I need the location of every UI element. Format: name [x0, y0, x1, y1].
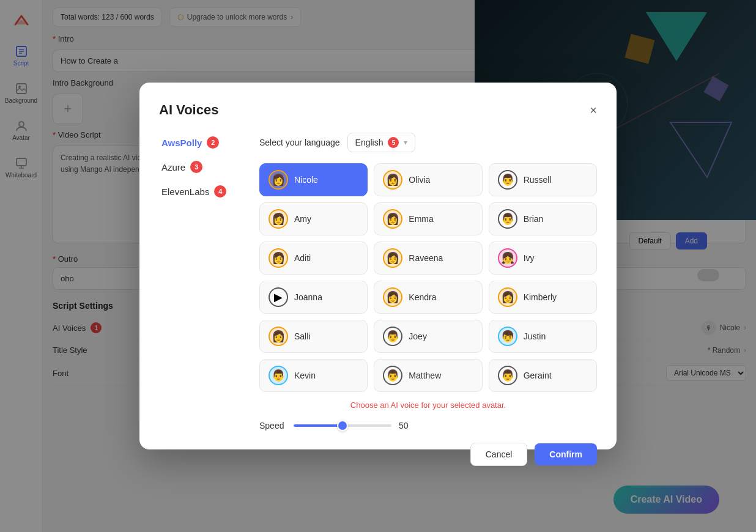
voice-avatar-kevin: 👨 [269, 366, 288, 385]
voice-name-nicole: Nicole [294, 175, 318, 185]
provider-azure-badge: 3 [190, 161, 202, 173]
modal-footer: Cancel Confirm [159, 443, 597, 466]
voice-name-joey: Joey [409, 331, 427, 341]
voice-name-amy: Amy [294, 214, 311, 224]
provider-azure-label: Azure [161, 162, 185, 172]
modal-overlay: AI Voices × AwsPolly 2 Azure 3 ElevenLab… [0, 0, 756, 532]
ai-voices-modal: AI Voices × AwsPolly 2 Azure 3 ElevenLab… [139, 83, 617, 449]
language-chevron-icon: ▾ [404, 138, 407, 147]
voice-card-olivia[interactable]: 👩Olivia [374, 163, 482, 196]
voice-card-kendra[interactable]: 👩Kendra [374, 281, 482, 314]
voice-name-kendra: Kendra [409, 292, 436, 302]
voice-name-olivia: Olivia [409, 175, 430, 185]
voice-card-emma[interactable]: 👩Emma [374, 202, 482, 235]
voice-avatar-russell: 👨 [498, 170, 517, 190]
voice-providers: AwsPolly 2 Azure 3 ElevenLabs 4 [159, 133, 245, 430]
voice-name-kevin: Kevin [294, 371, 316, 380]
speed-row: Speed 50 [259, 421, 597, 430]
provider-awspolly-label: AwsPolly [161, 138, 202, 148]
voice-avatar-kimberly: 👩 [498, 287, 517, 307]
language-label: Select your language [259, 138, 340, 147]
voice-card-geraint[interactable]: 👨Geraint [489, 359, 597, 392]
provider-azure[interactable]: Azure 3 [159, 157, 245, 177]
voice-avatar-amy: 👩 [269, 209, 288, 229]
voice-name-russell: Russell [524, 175, 552, 185]
voice-card-nicole[interactable]: 👩Nicole [259, 163, 368, 196]
voice-avatar-ivy: 👧 [498, 248, 517, 268]
voice-card-matthew[interactable]: 👨Matthew [374, 359, 482, 392]
voice-grid: 👩Nicole👩Olivia👨Russell👩Amy👩Emma👨Brian👩Ad… [259, 163, 597, 392]
confirm-button[interactable]: Confirm [535, 443, 597, 465]
voice-avatar-geraint: 👨 [498, 366, 517, 385]
voice-name-emma: Emma [409, 214, 433, 224]
voice-avatar-joanna: ▶ [269, 287, 288, 307]
voice-name-joanna: Joanna [294, 292, 322, 302]
language-value: English [355, 138, 384, 147]
voice-card-salli[interactable]: 👩Salli [259, 320, 368, 353]
voice-card-kimberly[interactable]: 👩Kimberly [489, 281, 597, 314]
voice-card-justin[interactable]: 👦Justin [489, 320, 597, 353]
speed-slider[interactable] [294, 424, 391, 427]
voice-name-brian: Brian [524, 214, 544, 224]
provider-elevenlabs-label: ElevenLabs [161, 187, 209, 197]
voice-avatar-justin: 👦 [498, 327, 517, 346]
warning-text: Choose an AI voice for your selected ava… [259, 401, 597, 410]
voice-name-kimberly: Kimberly [524, 292, 557, 302]
voice-avatar-raveena: 👩 [383, 248, 402, 268]
voice-card-joanna[interactable]: ▶Joanna [259, 281, 368, 314]
voice-card-raveena[interactable]: 👩Raveena [374, 242, 482, 275]
language-selector-row: Select your language English 5 ▾ [259, 133, 597, 152]
voice-avatar-salli: 👩 [269, 327, 288, 346]
modal-close-button[interactable]: × [590, 104, 597, 116]
voice-avatar-matthew: 👨 [383, 366, 402, 385]
voice-avatar-kendra: 👩 [383, 287, 402, 307]
voice-name-matthew: Matthew [409, 371, 441, 380]
voice-card-ivy[interactable]: 👧Ivy [489, 242, 597, 275]
voice-card-brian[interactable]: 👨Brian [489, 202, 597, 235]
provider-awspolly[interactable]: AwsPolly 2 [159, 133, 245, 152]
provider-awspolly-badge: 2 [207, 136, 219, 149]
modal-header: AI Voices × [159, 102, 597, 118]
voice-avatar-joey: 👨 [383, 327, 402, 346]
voice-name-aditi: Aditi [294, 253, 311, 263]
voice-avatar-emma: 👩 [383, 209, 402, 229]
voice-name-raveena: Raveena [409, 253, 443, 263]
provider-elevenlabs[interactable]: ElevenLabs 4 [159, 182, 245, 201]
modal-title: AI Voices [159, 102, 218, 118]
voice-card-kevin[interactable]: 👨Kevin [259, 359, 368, 392]
voice-avatar-olivia: 👩 [383, 170, 402, 190]
voice-content: Select your language English 5 ▾ 👩Nicole… [259, 133, 597, 430]
speed-value: 50 [399, 421, 416, 430]
voice-name-ivy: Ivy [524, 253, 535, 263]
language-badge: 5 [388, 137, 399, 148]
speed-label: Speed [259, 421, 286, 430]
cancel-button[interactable]: Cancel [470, 443, 528, 466]
voice-card-aditi[interactable]: 👩Aditi [259, 242, 368, 275]
provider-elevenlabs-badge: 4 [214, 185, 226, 198]
language-dropdown[interactable]: English 5 ▾ [347, 133, 416, 152]
voice-avatar-aditi: 👩 [269, 248, 288, 268]
voice-card-russell[interactable]: 👨Russell [489, 163, 597, 196]
modal-body: AwsPolly 2 Azure 3 ElevenLabs 4 Select y… [159, 133, 597, 430]
voice-name-geraint: Geraint [524, 371, 552, 380]
voice-name-salli: Salli [294, 331, 310, 341]
voice-avatar-nicole: 👩 [269, 170, 288, 190]
voice-card-amy[interactable]: 👩Amy [259, 202, 368, 235]
voice-card-joey[interactable]: 👨Joey [374, 320, 482, 353]
voice-avatar-brian: 👨 [498, 209, 517, 229]
voice-name-justin: Justin [524, 331, 546, 341]
